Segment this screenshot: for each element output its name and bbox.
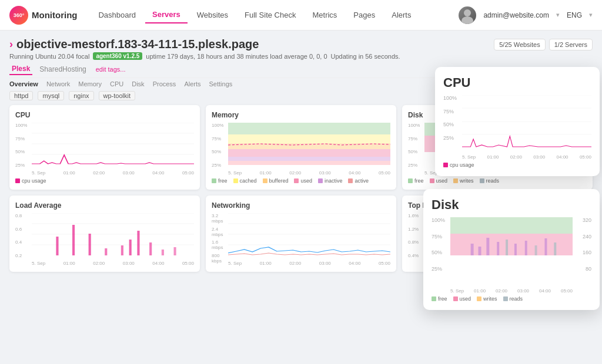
subtab-alerts[interactable]: Alerts [184,80,200,87]
svg-rect-59 [506,240,508,255]
lang-dropdown-icon[interactable]: ▾ [589,11,593,19]
tag-nginx[interactable]: nginx [69,91,93,100]
svg-rect-58 [497,242,499,255]
cpu-yaxis: 100% 75% 50% 25% [15,123,32,176]
networking-xaxis: 5. Sep 01:00 02:00 03:00 04:00 05:00 [228,261,390,266]
tag-httpd[interactable]: httpd [9,91,33,100]
nav-metrics[interactable]: Metrics [305,7,344,23]
nav-dashboard[interactable]: Dashboard [91,7,143,23]
svg-marker-11 [228,161,390,165]
svg-rect-64 [554,242,556,255]
nav-language[interactable]: ENG [567,11,582,19]
cpu-legend: cpu usage [15,178,194,184]
svg-rect-61 [525,241,527,255]
floating-cpu-card: CPU 100% 75% 50% 25% 5. Sep 01 [435,67,600,176]
user-dropdown-icon[interactable]: ▾ [556,11,560,19]
logo-icon: 360° [9,6,28,25]
badge-servers: 1/2 Servers [549,39,593,50]
svg-rect-36 [162,250,164,255]
server-name: objective-mestorf.183-34-111-15.plesk.pa… [16,38,259,51]
badge-websites: 5/25 Websites [494,39,546,50]
navbar: 360° Monitoring Dashboard Servers Websit… [0,0,602,31]
uptime-text: uptime 179 days, 18 hours and 38 minutes… [146,53,327,60]
svg-rect-28 [56,237,58,255]
floating-cpu-title: CPU [443,75,591,90]
cpu-chart-inner [32,123,194,165]
tab-plesk[interactable]: Plesk [9,63,32,75]
nav-pages[interactable]: Pages [346,7,382,23]
floating-disk-yaxis: 100% 75% 50% 25% [432,217,450,282]
svg-marker-9 [228,149,390,157]
svg-rect-35 [149,242,152,255]
cpu-chart-area: 100% 75% 50% 25% [15,123,194,176]
floating-cpu-legend-label: cpu usage [450,162,474,168]
floating-cpu-yaxis: 100% 75% 50% 25% [443,95,462,148]
subtab-disk[interactable]: Disk [132,80,144,87]
floating-disk-title: Disk [432,197,591,213]
memory-xaxis: 5. Sep 01:00 02:00 03:00 04:00 05:00 [228,170,390,176]
subtab-settings[interactable]: Settings [209,80,233,87]
cpu-xaxis: 5. Sep 01:00 02:00 03:00 04:00 05:00 [32,170,194,176]
floating-cpu-chart: 100% 75% 50% 25% 5. Sep 01:00 02:00 [443,95,591,160]
svg-point-1 [461,16,473,24]
floating-disk-right-yaxis: 320 240 160 80 [575,217,591,282]
cpu-legend-dot [15,178,20,183]
svg-rect-34 [137,231,139,255]
cpu-chart-title: CPU [15,111,194,119]
subtab-overview[interactable]: Overview [9,80,38,87]
nav-right: admin@website.com ▾ ENG ▾ [459,6,593,24]
networking-yaxis: 3.2 mbps 2.4 mbps 1.6 mbps 800 kbps [212,213,228,266]
subtab-cpu[interactable]: CPU [110,80,123,87]
tag-mysql[interactable]: mysql [38,91,64,100]
memory-chart-area: 100% 75% 50% 25% [212,123,390,176]
tab-sharedhosting[interactable]: SharedHosting [37,64,88,75]
load-yaxis: 0.8 0.6 0.4 0.2 [15,213,32,266]
header-badges: 5/25 Websites 1/2 Servers [494,39,593,50]
memory-chart-card: Memory 100% 75% 50% 25% [206,105,396,190]
memory-yaxis: 100% 75% 50% 25% [212,123,228,176]
top-processes-yaxis: 1.6% 1.2% 0.8% 0.4% [408,213,424,266]
svg-marker-53 [450,217,573,234]
svg-rect-37 [174,247,176,255]
subtab-memory[interactable]: Memory [78,80,102,87]
svg-rect-33 [129,240,132,255]
memory-legend: free cached buffered used inactive activ… [212,178,390,184]
subtab-network[interactable]: Network [46,80,70,87]
floating-disk-xaxis: 5. Sep 01:00 02:00 03:00 04:00 05:00 [450,288,573,294]
floating-cpu-inner [462,95,591,148]
floating-disk-inner [450,217,573,282]
disk-legend: free used writes reads [408,178,587,184]
floating-cpu-xaxis: 5. Sep 01:00 02:00 03:00 04:00 05:00 [462,154,591,160]
disk-yaxis: 100% 75% 50% 25% [408,123,424,176]
svg-rect-62 [535,245,537,255]
nav-websites[interactable]: Websites [190,7,235,23]
chevron-icon: › [9,38,13,50]
networking-chart-inner [228,213,390,255]
updating-text: Updating in 56 seconds. [331,53,400,60]
nav-logo[interactable]: 360° Monitoring [9,6,77,25]
svg-rect-30 [89,234,91,255]
tab-edit-tags[interactable]: edit tags... [93,65,128,74]
svg-rect-29 [72,225,75,255]
subtab-process[interactable]: Process [153,80,176,87]
nav-items: Dashboard Servers Websites Full Site Che… [91,6,459,23]
nav-fullsitecheck[interactable]: Full Site Check [238,7,303,23]
memory-chart-inner [228,123,390,165]
networking-chart-title: Networking [212,201,390,210]
subtitle-text: Running Ubuntu 20.04 focal [9,53,89,60]
page-subtitle: Running Ubuntu 20.04 focal agent360 v1.2… [9,52,593,60]
nav-servers[interactable]: Servers [145,6,188,23]
svg-rect-56 [479,247,481,255]
svg-rect-32 [121,245,123,255]
tag-wp-toolkit[interactable]: wp-toolkit [99,91,135,100]
nav-user-email[interactable]: admin@website.com [483,11,549,19]
svg-rect-57 [486,238,489,255]
load-chart-inner [32,213,194,255]
svg-point-0 [464,9,471,16]
load-chart-title: Load Average [15,201,194,210]
nav-alerts[interactable]: Alerts [384,7,418,23]
floating-disk-chart: 100% 75% 50% 25% [432,217,591,294]
load-chart-area: 0.8 0.6 0.4 0.2 [15,213,194,266]
svg-rect-31 [105,248,107,255]
main-content: 5/25 Websites 1/2 Servers › objective-me… [0,31,602,364]
